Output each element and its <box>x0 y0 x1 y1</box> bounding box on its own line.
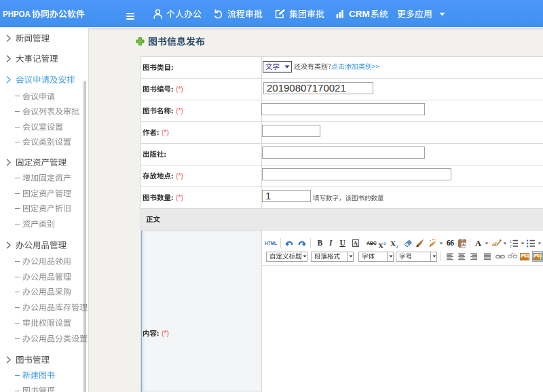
svg-text:A: A <box>462 243 466 247</box>
svg-text:1: 1 <box>510 239 512 243</box>
svg-text:2: 2 <box>510 243 512 247</box>
svg-text:ab: ab <box>492 241 498 248</box>
